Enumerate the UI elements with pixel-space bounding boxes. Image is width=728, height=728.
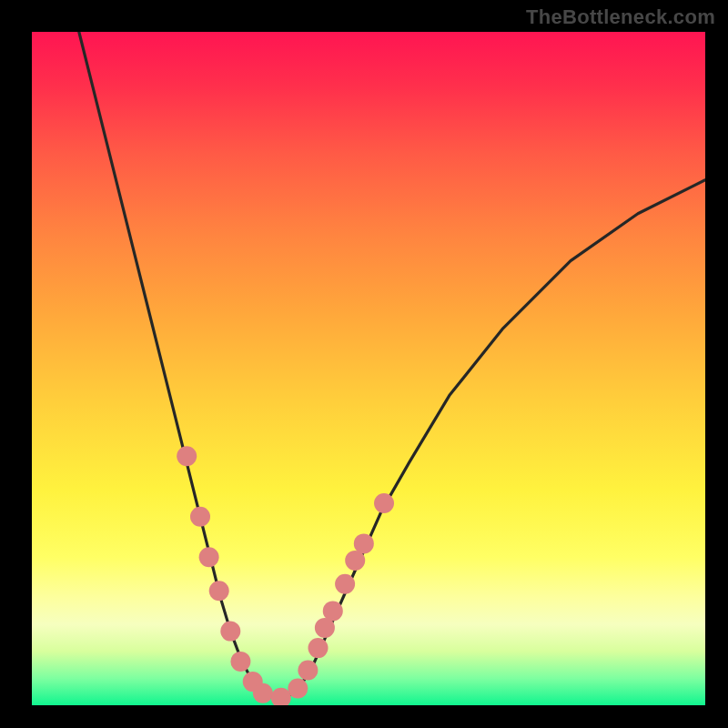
curve-layer (32, 32, 705, 705)
right-marker-3 (308, 638, 329, 658)
watermark-text: TheBottleneck.com (526, 5, 715, 29)
right-marker-5 (323, 601, 343, 621)
curve-markers-group (177, 446, 394, 705)
right-marker-9 (374, 493, 394, 513)
right-marker-2 (298, 661, 318, 681)
left-marker-5 (220, 622, 240, 642)
right-marker-6 (335, 574, 355, 594)
right-marker-1 (288, 679, 308, 699)
bottleneck-curve (79, 32, 705, 699)
left-marker-4 (209, 581, 229, 601)
left-marker-1 (177, 446, 197, 466)
bottom-marker-1 (253, 683, 273, 703)
plot-area (32, 32, 705, 705)
right-marker-8 (354, 533, 374, 553)
left-marker-6 (230, 652, 250, 672)
left-marker-2 (190, 507, 210, 527)
left-marker-3 (199, 547, 219, 567)
bottom-marker-2 (271, 688, 291, 705)
chart-frame: TheBottleneck.com (0, 0, 728, 728)
